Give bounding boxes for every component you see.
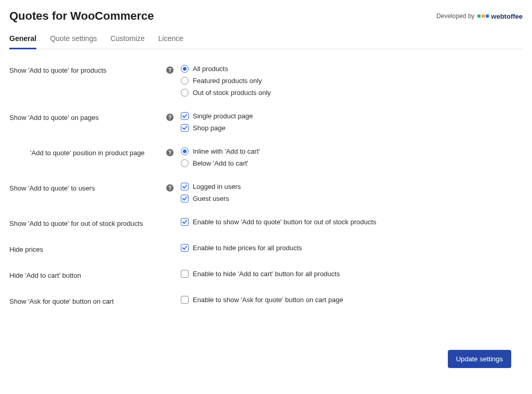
checkbox-input[interactable]	[181, 218, 189, 226]
radio-label: Out of stock products only	[193, 89, 271, 97]
radio-input[interactable]	[181, 65, 189, 73]
radio-label: All products	[193, 65, 228, 73]
label-ask-for-quote: Show 'Ask for quote' button on cart	[9, 297, 114, 305]
radio-featured-products[interactable]: Featured products only	[181, 77, 523, 85]
label-hide-prices: Hide prices	[9, 246, 43, 253]
checkbox-label: Enable to hide prices for all products	[193, 244, 302, 252]
checkbox-input[interactable]	[181, 124, 189, 132]
row-hide-prices: Hide prices Enable to hide prices for al…	[9, 244, 523, 254]
checkbox-label: Single product page	[193, 112, 253, 120]
brand-logo-icon	[477, 15, 489, 18]
checkbox-input[interactable]	[181, 112, 189, 120]
radio-inline[interactable]: Inline with 'Add to cart'	[181, 147, 523, 155]
checkbox-input[interactable]	[181, 270, 189, 278]
help-icon[interactable]: ?	[166, 149, 174, 156]
row-show-products: Show 'Add to quote' for products ? All p…	[9, 65, 523, 97]
row-ask-for-quote: Show 'Ask for quote' button on cart Enab…	[9, 296, 523, 306]
checkbox-hide-prices[interactable]: Enable to hide prices for all products	[181, 244, 523, 252]
developed-by: Developed by webtoffee	[436, 12, 523, 20]
update-settings-button[interactable]: Update settings	[448, 350, 511, 368]
checkbox-label: Enable to hide 'Add to cart' button for …	[193, 270, 340, 278]
radio-input[interactable]	[181, 159, 189, 167]
tab-customize[interactable]: Customize	[110, 34, 144, 49]
brand-name: webtoffee	[491, 12, 523, 20]
checkbox-input[interactable]	[181, 244, 189, 252]
page-title: Quotes for WooCommerce	[9, 9, 154, 23]
checkbox-hide-add-to-cart[interactable]: Enable to hide 'Add to cart' button for …	[181, 270, 523, 278]
row-out-of-stock: Show 'Add to quote' for out of stock pro…	[9, 218, 523, 228]
checkbox-logged-in-users[interactable]: Logged in users	[181, 183, 523, 191]
label-show-users: Show 'Add to quote' to users	[9, 184, 95, 192]
help-icon[interactable]: ?	[166, 66, 174, 74]
checkbox-label: Logged in users	[193, 183, 241, 191]
checkbox-label: Shop page	[193, 124, 225, 132]
label-show-pages: Show 'Add to quote' on pages	[9, 114, 99, 121]
radio-label: Below 'Add to cart'	[193, 159, 248, 167]
radio-label: Featured products only	[193, 77, 262, 85]
developed-by-label: Developed by	[436, 12, 474, 20]
checkbox-label: Guest users	[193, 195, 229, 202]
label-show-products: Show 'Add to quote' for products	[9, 66, 107, 74]
checkbox-input[interactable]	[181, 195, 189, 202]
checkbox-label: Enable to show 'Ask for quote' button on…	[193, 296, 343, 304]
brand-logo: webtoffee	[477, 12, 523, 20]
checkbox-label: Enable to show 'Add to quote' button for…	[193, 218, 376, 226]
tab-licence[interactable]: Licence	[158, 34, 183, 49]
row-show-users: Show 'Add to quote' to users ? Logged in…	[9, 183, 523, 202]
tab-general[interactable]: General	[9, 34, 36, 49]
label-out-of-stock: Show 'Add to quote' for out of stock pro…	[9, 220, 143, 227]
row-position: 'Add to quote' position in product page …	[9, 147, 523, 167]
checkbox-out-of-stock[interactable]: Enable to show 'Add to quote' button for…	[181, 218, 523, 226]
row-hide-add-to-cart: Hide 'Add to cart' button Enable to hide…	[9, 270, 523, 280]
radio-input[interactable]	[181, 77, 189, 85]
tab-quote-settings[interactable]: Quote settings	[50, 34, 97, 49]
checkbox-input[interactable]	[181, 183, 189, 191]
radio-label: Inline with 'Add to cart'	[193, 147, 260, 155]
checkbox-single-product-page[interactable]: Single product page	[181, 112, 523, 120]
radio-out-of-stock-products[interactable]: Out of stock products only	[181, 89, 523, 97]
label-position: 'Add to quote' position in product page	[9, 149, 144, 157]
checkbox-input[interactable]	[181, 296, 189, 304]
radio-input[interactable]	[181, 89, 189, 97]
checkbox-guest-users[interactable]: Guest users	[181, 195, 523, 202]
checkbox-shop-page[interactable]: Shop page	[181, 124, 523, 132]
label-hide-add-to-cart: Hide 'Add to cart' button	[9, 271, 81, 279]
help-icon[interactable]: ?	[166, 114, 174, 121]
checkbox-ask-for-quote[interactable]: Enable to show 'Ask for quote' button on…	[181, 296, 523, 304]
radio-input[interactable]	[181, 147, 189, 155]
row-show-pages: Show 'Add to quote' on pages ? Single pr…	[9, 112, 523, 132]
tabs: General Quote settings Customize Licence	[9, 34, 523, 49]
radio-below[interactable]: Below 'Add to cart'	[181, 159, 523, 167]
radio-all-products[interactable]: All products	[181, 65, 523, 73]
help-icon[interactable]: ?	[166, 184, 174, 192]
